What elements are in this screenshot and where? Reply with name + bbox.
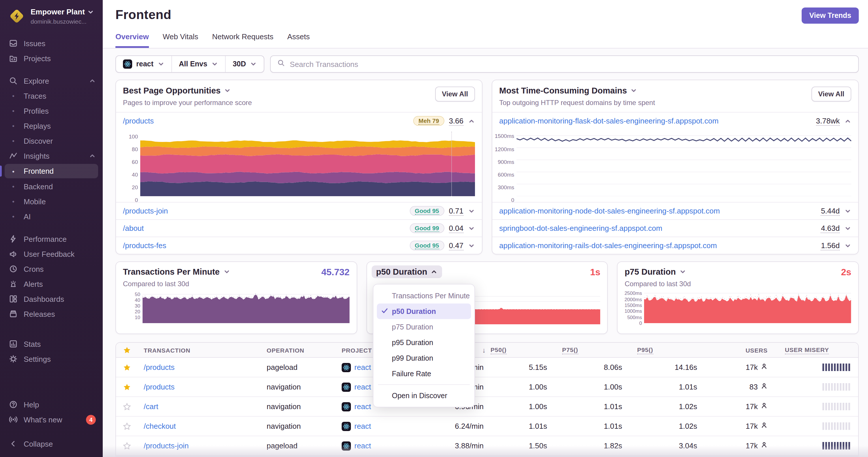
chevron-down-icon[interactable] <box>679 268 686 275</box>
sidebar-item-issues[interactable]: Issues <box>0 36 103 51</box>
transaction-link[interactable]: /products <box>144 363 175 371</box>
star-toggle[interactable] <box>116 402 138 411</box>
sidebar-item-settings[interactable]: Settings <box>0 351 103 366</box>
operation-cell: navigation <box>256 383 330 391</box>
expand-row-icon[interactable] <box>844 207 851 215</box>
sidebar-item-performance[interactable]: Performance <box>0 231 103 247</box>
search-input[interactable] <box>290 60 852 68</box>
chevron-down-icon[interactable] <box>224 87 231 94</box>
column-header-p75[interactable]: P75() <box>551 346 626 354</box>
domain-link[interactable]: application-monitoring-flask-dot-sales-e… <box>499 117 718 125</box>
org-user: dominik.buszowiec... <box>31 18 87 25</box>
sidebar-item-backend[interactable]: •Backend <box>0 179 103 194</box>
domain-link[interactable]: springboot-dot-sales-engineering-sf.apps… <box>499 224 662 232</box>
table-row: /productspageloadreact8.10/min5.15s8.06s… <box>116 358 858 378</box>
environment-filter[interactable]: All Envs <box>172 56 226 72</box>
sidebar-item-user-feedback[interactable]: User Feedback <box>0 247 103 261</box>
sidebar-item-frontend[interactable]: •Frontend <box>5 164 98 178</box>
sidebar-item-explore[interactable]: Explore <box>0 73 103 88</box>
collapse-row-icon[interactable] <box>844 118 851 124</box>
menu-item-p75-duration[interactable]: p75 Duration <box>377 319 471 335</box>
star-toggle[interactable] <box>116 383 138 391</box>
opportunity-value: 0.71 <box>449 206 463 216</box>
sidebar-item-alerts[interactable]: Alerts <box>0 276 103 291</box>
sidebar-item-crons[interactable]: Crons <box>0 261 103 276</box>
sidebar-item-traces[interactable]: •Traces <box>0 88 103 103</box>
transaction-link[interactable]: /products-join <box>144 442 189 450</box>
sidebar-item-dashboards[interactable]: Dashboards <box>0 291 103 306</box>
column-header-users[interactable]: USERS <box>701 347 771 353</box>
sidebar-item-stats[interactable]: Stats <box>0 336 103 351</box>
star-toggle[interactable] <box>116 422 138 430</box>
chevron-down-icon[interactable] <box>630 87 638 94</box>
transaction-link[interactable]: /cart <box>144 402 158 411</box>
project-link[interactable]: react <box>354 402 371 411</box>
column-header-user-misery[interactable]: USER MISERY <box>771 346 858 354</box>
tab-overview[interactable]: Overview <box>116 32 149 48</box>
column-header-operation[interactable]: OPERATION <box>256 347 330 353</box>
p75-value: 2s <box>841 267 851 278</box>
menu-item-open-in-discover[interactable]: Open in Discover <box>377 388 471 403</box>
domain-link[interactable]: application-monitoring-node-dot-sales-en… <box>499 206 720 215</box>
view-all-button[interactable]: View All <box>811 87 851 102</box>
page-link[interactable]: /products <box>123 117 154 125</box>
column-header-transaction[interactable]: TRANSACTION <box>138 347 256 353</box>
view-all-button[interactable]: View All <box>435 87 475 102</box>
project-link[interactable]: react <box>354 422 371 430</box>
sidebar-item-label: Backend <box>24 182 53 191</box>
stats-icon <box>9 339 18 349</box>
expand-row-icon[interactable] <box>468 242 475 249</box>
sidebar-item-releases[interactable]: Releases <box>0 306 103 321</box>
search-box <box>270 55 859 73</box>
column-header-p50[interactable]: P50() <box>487 346 551 354</box>
menu-item-transactions-per-minute[interactable]: Transactions Per Minute <box>377 288 471 303</box>
sidebar-item-ai[interactable]: •AI <box>0 209 103 224</box>
page-link[interactable]: /products-fes <box>123 241 166 250</box>
menu-item-failure-rate[interactable]: Failure Rate <box>377 366 471 382</box>
view-trends-button[interactable]: View Trends <box>802 7 859 24</box>
sidebar-item-replays[interactable]: •Replays <box>0 118 103 133</box>
column-label: USERS <box>746 347 768 353</box>
expand-row-icon[interactable] <box>844 242 851 249</box>
user-misery-bars <box>823 363 850 371</box>
sidebar-item-help[interactable]: Help <box>0 397 103 412</box>
sidebar-item-profiles[interactable]: •Profiles <box>0 103 103 118</box>
sidebar-item-insights[interactable]: Insights <box>0 148 103 163</box>
menu-item-p95-duration[interactable]: p95 Duration <box>377 335 471 350</box>
tab-assets[interactable]: Assets <box>287 32 310 48</box>
users-count: 17k <box>746 442 758 450</box>
org-switcher[interactable]: Empower Plant dominik.buszowiec... <box>0 0 103 36</box>
page-link[interactable]: /about <box>123 224 144 232</box>
sidebar-item-discover[interactable]: •Discover <box>0 133 103 148</box>
star-toggle[interactable] <box>116 442 138 450</box>
expand-row-icon[interactable] <box>468 225 475 232</box>
domain-link[interactable]: application-monitoring-rails-dot-sales-e… <box>499 241 717 250</box>
tab-web-vitals[interactable]: Web Vitals <box>163 32 198 48</box>
sidebar-item-whats-new[interactable]: What's new4 <box>0 412 103 427</box>
react-icon <box>342 441 351 450</box>
project-link[interactable]: react <box>354 442 371 450</box>
sidebar-item-collapse[interactable]: Collapse <box>0 436 103 451</box>
transaction-link[interactable]: /products <box>144 383 175 391</box>
expand-row-icon[interactable] <box>468 207 475 215</box>
column-label: TRANSACTION <box>144 347 190 353</box>
date-range-filter[interactable]: 30D <box>226 56 264 72</box>
chevron-down-icon[interactable] <box>223 268 230 275</box>
transaction-link[interactable]: /checkout <box>144 422 176 430</box>
star-toggle[interactable] <box>116 363 138 371</box>
page-link[interactable]: /products-join <box>123 206 168 215</box>
project-link[interactable]: react <box>354 383 371 391</box>
sidebar-item-mobile[interactable]: •Mobile <box>0 194 103 209</box>
menu-item-p50-duration[interactable]: p50 Duration <box>377 303 471 319</box>
collapse-row-icon[interactable] <box>468 118 475 124</box>
column-header-p95[interactable]: P95() <box>626 346 701 354</box>
menu-item-p99-duration[interactable]: p99 Duration <box>377 350 471 366</box>
project-filter[interactable]: react <box>116 56 172 72</box>
expand-row-icon[interactable] <box>844 225 851 232</box>
metric-select-button[interactable]: p50 Duration <box>371 265 442 278</box>
sidebar-item-projects[interactable]: Projects <box>0 51 103 66</box>
sidebar-item-label: Performance <box>24 234 67 243</box>
project-link[interactable]: react <box>354 363 371 371</box>
tab-network-requests[interactable]: Network Requests <box>212 32 273 48</box>
star-column-header[interactable] <box>116 346 138 354</box>
